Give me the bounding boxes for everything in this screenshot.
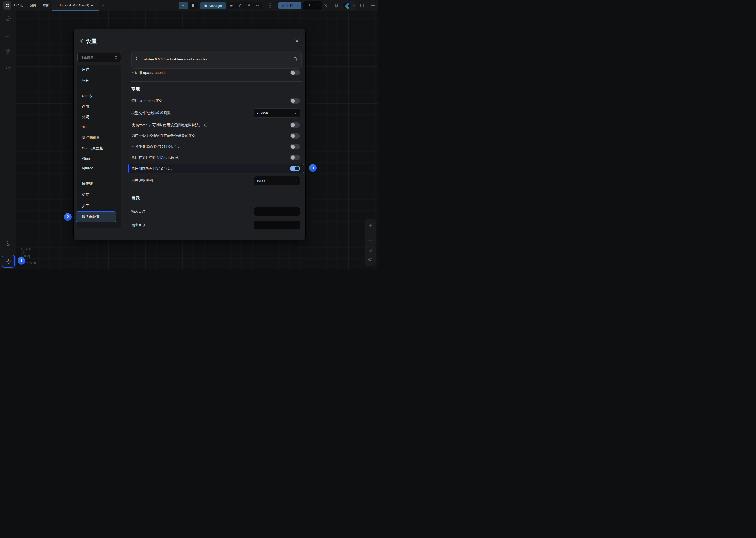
select-cursor-icon[interactable] — [368, 248, 373, 253]
account-menu[interactable] — [343, 1, 357, 10]
settings-category-10[interactable]: 快捷键 — [82, 181, 93, 186]
workflows-folder-icon[interactable] — [5, 65, 11, 71]
workflow-tab-label: Unsaved Workflow (6) — [59, 4, 89, 7]
batch-count-stepper[interactable]: 1 — [302, 1, 322, 10]
new-tab-button[interactable]: + — [101, 3, 106, 8]
vacuum-icon[interactable] — [238, 3, 242, 8]
stop-icon[interactable] — [334, 3, 339, 8]
setting-label: 不使用 upcast-attention — [131, 70, 169, 75]
run-options-chevron-icon — [295, 4, 298, 7]
setting-label: 模型文件的默认哈希函数 — [131, 111, 171, 116]
setting-label: 启用一些未经测试且可能降低质量的优化。 — [131, 134, 199, 138]
setting-row: 禁用在文件中保存提示元数据。 — [131, 152, 301, 163]
model-library-icon[interactable] — [5, 49, 11, 55]
zoom-in-icon[interactable] — [368, 223, 373, 228]
select-dropdown[interactable]: sha256 — [254, 109, 300, 118]
toggle-switch-off[interactable] — [290, 122, 300, 128]
run-button-label: 运行 — [286, 3, 293, 8]
text-input[interactable] — [254, 207, 300, 216]
setting-row: 不使用 upcast-attention — [131, 67, 301, 78]
bottom-panel-icon[interactable] — [360, 3, 365, 8]
vacuum2-icon[interactable] — [246, 3, 250, 8]
toggle-link-visibility-icon[interactable] — [368, 257, 373, 262]
stat-time: T: 0.00s — [21, 247, 31, 250]
zoom-out-icon[interactable] — [368, 232, 373, 236]
settings-category-9[interactable]: rgthree — [82, 166, 93, 170]
toggle-knob — [291, 155, 295, 160]
toggle-switch-off[interactable] — [290, 155, 300, 160]
menu-help[interactable]: 帮助 — [43, 3, 49, 8]
info-icon[interactable] — [204, 123, 208, 127]
settings-category-12[interactable]: 关于 — [82, 204, 89, 209]
chevron-down-icon — [294, 179, 297, 182]
section-heading: 目录 — [131, 193, 301, 204]
setting-label: 输出目录 — [131, 223, 146, 228]
terminal-prompt-icon: >_ — [136, 57, 140, 61]
section-divider — [131, 81, 301, 82]
history-icon[interactable] — [5, 16, 11, 22]
template-mountain-icon — [181, 3, 186, 8]
stat-iterations: I: 0 — [21, 251, 25, 254]
setting-label: 输入目录 — [131, 209, 146, 214]
settings-category-7[interactable]: Comfy桌面版 — [82, 146, 103, 151]
settings-category-2[interactable]: Comfy — [82, 94, 92, 98]
section-heading: 常规 — [131, 83, 301, 94]
stepper-up-icon[interactable] — [317, 3, 319, 5]
toggle-switch-off[interactable] — [290, 144, 300, 149]
manager-button[interactable]: Manager — [200, 2, 226, 10]
settings-button[interactable] — [2, 255, 15, 268]
toggle-switch-off[interactable] — [290, 133, 300, 139]
star-icon[interactable]: ★ — [230, 3, 233, 8]
workflow-tab[interactable]: Unsaved Workflow (6) — [52, 0, 99, 11]
toggle-switch-on[interactable] — [290, 166, 300, 171]
toggle-switch-off[interactable] — [290, 98, 300, 104]
share-icon[interactable] — [255, 3, 260, 8]
stepper-down-icon[interactable] — [317, 6, 319, 8]
settings-content: >_ --listen 0.0.0.0 --disable-all-custom… — [131, 29, 301, 240]
theme-moon-icon[interactable] — [5, 241, 11, 246]
setting-label: 使 pytorch 在可以时使用较慢的确定性算法。 — [131, 123, 208, 128]
setting-row: 使 pytorch 在可以时使用较慢的确定性算法。 — [131, 120, 301, 130]
run-button[interactable]: 运行 — [278, 2, 301, 10]
menu-workflow[interactable]: 工作流 — [13, 3, 23, 8]
side-toolbar — [0, 11, 16, 269]
toggle-knob — [291, 99, 295, 103]
settings-category-3[interactable]: 画面 — [82, 104, 89, 109]
app-window: T: 0.00s I: 0 N: 0 [0] FPS:125.00 C 工作流 … — [0, 0, 378, 269]
drag-handle-icon[interactable] — [269, 3, 272, 8]
unsaved-dot-icon — [91, 5, 92, 6]
select-dropdown[interactable]: INFO — [254, 176, 300, 185]
manager-quick-actions: ★ — [227, 2, 262, 10]
settings-category-0[interactable]: 用户 — [82, 67, 89, 72]
batch-count-value: 1 — [308, 3, 310, 7]
settings-category-6[interactable]: 遮罩编辑器 — [82, 135, 100, 140]
settings-category-4[interactable]: 外观 — [82, 115, 89, 120]
menu-edit[interactable]: 编辑 — [29, 3, 36, 8]
text-input[interactable] — [254, 221, 300, 230]
settings-category-5[interactable]: 3D — [82, 125, 86, 129]
settings-category-8[interactable]: Align — [82, 156, 90, 161]
settings-category-selected[interactable]: 服务器配置 — [82, 215, 100, 219]
toggle-switch-off[interactable] — [290, 70, 300, 76]
settings-category-11[interactable]: 扩展 — [82, 192, 89, 197]
fit-view-icon[interactable] — [368, 240, 373, 244]
comfyui-logo: C — [3, 1, 11, 10]
templates-button[interactable] — [179, 2, 188, 10]
setting-row: 模型文件的默认哈希函数sha256 — [131, 108, 301, 118]
bookmark-button[interactable] — [188, 2, 198, 10]
settings-search-input[interactable]: 搜索设置... — [77, 53, 121, 62]
settings-category-menu: 用户积分Comfy画面外观3D遮罩编辑器Comfy桌面版Alignrgthree… — [77, 65, 121, 228]
search-placeholder: 搜索设置... — [80, 55, 96, 60]
search-icon — [114, 56, 118, 60]
setting-row: 日志详细级别INFO — [131, 175, 301, 186]
hamburger-menu-icon[interactable] — [371, 4, 375, 7]
setting-label: 禁用在文件中保存提示元数据。 — [131, 155, 182, 160]
setting-row: 启用一些未经测试且可能降低质量的优化。 — [131, 131, 301, 141]
settings-category-1[interactable]: 积分 — [82, 78, 89, 83]
chevron-down-icon — [294, 112, 297, 115]
select-value: INFO — [257, 179, 265, 183]
active-tab-underline — [52, 10, 99, 11]
copy-icon[interactable] — [293, 57, 297, 62]
cancel-run-icon[interactable] — [323, 3, 327, 8]
node-library-icon[interactable] — [5, 32, 11, 38]
